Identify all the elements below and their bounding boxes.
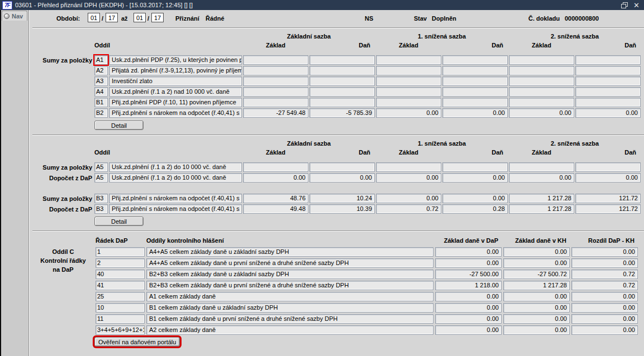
oddil-desc-cell[interactable]: Přijatá zd. plnění (ř.3-9,12,13), povinn… — [109, 66, 242, 75]
value-cell[interactable] — [309, 55, 375, 65]
value-cell[interactable] — [442, 76, 508, 86]
value-cell[interactable]: 1 217.28 — [509, 204, 574, 214]
rozdil-cell[interactable]: 0.00 — [571, 303, 638, 312]
zaklad-kh-cell[interactable]: 0.00 — [503, 258, 570, 268]
oddil-code-cell[interactable]: A2 — [94, 66, 108, 75]
value-cell[interactable] — [309, 87, 375, 97]
rozdil-cell[interactable]: 0.00 — [571, 258, 638, 268]
value-cell[interactable]: 121.72 — [575, 204, 641, 214]
value-cell[interactable] — [309, 76, 375, 86]
value-cell[interactable] — [509, 66, 574, 75]
overeni-portal-button[interactable]: Ověření na daňovém portálu — [94, 337, 180, 347]
value-cell[interactable] — [575, 87, 641, 97]
value-cell[interactable]: -5 785.39 — [309, 108, 375, 118]
value-cell[interactable]: 0.00 — [442, 108, 508, 118]
radek-dap-cell[interactable]: 10 — [96, 303, 145, 312]
zaklad-dap-cell[interactable]: 0.00 — [435, 325, 502, 335]
value-cell[interactable] — [509, 162, 574, 172]
value-cell[interactable] — [243, 98, 308, 107]
value-cell[interactable] — [575, 162, 641, 172]
value-cell[interactable] — [442, 66, 508, 75]
value-cell[interactable] — [575, 55, 641, 65]
oddil-desc-cell[interactable]: Usk.zd.plnění (ř.1 a 2) nad 10 000 vč. d… — [109, 87, 242, 97]
detail-button[interactable]: Detail — [94, 217, 144, 226]
radek-dap-cell[interactable]: 11 — [96, 314, 145, 324]
value-cell[interactable]: 0.72 — [376, 204, 441, 214]
value-cell[interactable] — [376, 76, 441, 86]
period-from-month-input[interactable] — [88, 13, 100, 22]
rozdil-cell[interactable]: 0.00 — [571, 314, 638, 324]
value-cell[interactable] — [575, 66, 641, 75]
zaklad-dap-cell[interactable]: 0.00 — [435, 258, 502, 268]
value-cell[interactable]: 0.00 — [376, 108, 441, 118]
oddil-desc-cell[interactable]: Přij.zd.plnění s nárokem na odpočet (ř.4… — [109, 108, 242, 118]
value-cell[interactable] — [309, 162, 375, 172]
zaklad-dap-cell[interactable]: -27 500.00 — [435, 270, 502, 279]
detail-button[interactable]: Detail — [94, 121, 144, 130]
value-cell[interactable]: 0.00 — [376, 194, 441, 203]
rozdil-cell[interactable]: 0.72 — [571, 270, 638, 279]
zaklad-dap-cell[interactable]: 0.00 — [435, 292, 502, 301]
oddil-kh-desc-cell[interactable]: B1 celkem základy daně u základní sazby … — [146, 303, 433, 312]
restore-window-icon[interactable] — [621, 2, 628, 8]
rozdil-cell[interactable]: 0.00 — [571, 292, 638, 301]
oddil-desc-cell[interactable]: Usk.zd.plnění (ř.1 a 2) do 10 000 vč. da… — [109, 162, 242, 172]
value-cell[interactable] — [442, 87, 508, 97]
value-cell[interactable]: 10.24 — [309, 194, 375, 203]
oddil-kh-desc-cell[interactable]: A4+A5 celkem základy daně u základní saz… — [146, 247, 433, 257]
radek-dap-cell[interactable]: 40 — [96, 270, 145, 279]
oddil-code-cell[interactable]: B1 — [94, 98, 108, 107]
oddil-kh-desc-cell[interactable]: B2+B3 celkem základy daně u první snížen… — [146, 281, 433, 290]
oddil-code-cell[interactable]: A4 — [94, 87, 108, 97]
value-cell[interactable] — [575, 76, 641, 86]
value-cell[interactable]: 0.00 — [575, 108, 641, 118]
oddil-desc-cell[interactable]: Přij.zd.plnění s nárokem na odpočet (ř.4… — [109, 204, 242, 214]
oddil-code-cell[interactable]: A5 — [94, 162, 108, 172]
zaklad-dap-cell[interactable]: 0.00 — [435, 314, 502, 324]
value-cell[interactable]: 0.00 — [442, 194, 508, 203]
value-cell[interactable]: -27 549.48 — [243, 108, 308, 118]
oddil-desc-cell[interactable]: Investiční zlato — [109, 76, 242, 86]
oddil-kh-desc-cell[interactable]: A4+A5 celkem základy daně u první snížen… — [146, 258, 433, 268]
value-cell[interactable]: 0.00 — [243, 173, 308, 182]
value-cell[interactable] — [442, 55, 508, 65]
value-cell[interactable]: 121.72 — [575, 194, 641, 203]
period-to-month-input[interactable] — [133, 13, 146, 22]
oddil-code-cell[interactable]: B3 — [94, 194, 108, 203]
value-cell[interactable] — [575, 98, 641, 107]
value-cell[interactable]: 0.00 — [509, 173, 574, 182]
oddil-code-cell[interactable]: B3 — [94, 204, 108, 214]
zaklad-dap-cell[interactable]: 0.00 — [435, 303, 502, 312]
period-to-year-input[interactable] — [151, 13, 164, 22]
zaklad-kh-cell[interactable]: 0.00 — [503, 325, 570, 335]
rozdil-cell[interactable]: 0.72 — [571, 281, 638, 290]
zaklad-kh-cell[interactable]: 0.00 — [503, 247, 570, 257]
radek-dap-cell[interactable]: 3+4+5+6+9+12+13 — [96, 325, 145, 335]
radek-dap-cell[interactable]: 41 — [96, 281, 145, 290]
zaklad-kh-cell[interactable]: 1 217.28 — [503, 281, 570, 290]
oddil-code-cell[interactable]: B2 — [94, 108, 108, 118]
oddil-kh-desc-cell[interactable]: A1 celkem základy daně — [146, 292, 433, 301]
zaklad-dap-cell[interactable]: 0.00 — [435, 247, 502, 257]
value-cell[interactable] — [376, 66, 441, 75]
value-cell[interactable] — [509, 87, 574, 97]
value-cell[interactable] — [243, 76, 308, 86]
close-window-icon[interactable]: ✕ — [633, 2, 640, 8]
oddil-desc-cell[interactable]: Usk.zd.plnění PDP (ř.25), u kterých je p… — [109, 55, 242, 65]
value-cell[interactable] — [243, 87, 308, 97]
oddil-desc-cell[interactable]: Přij.zd.plnění s nárokem na odpočet (ř.4… — [109, 194, 242, 203]
zaklad-kh-cell[interactable]: 0.00 — [503, 292, 570, 301]
value-cell[interactable]: 49.48 — [243, 204, 308, 214]
oddil-desc-cell[interactable]: Přij.zd.plnění PDP (ř.10, 11) povinen př… — [109, 98, 242, 107]
value-cell[interactable]: 0.28 — [442, 204, 508, 214]
value-cell[interactable]: 0.00 — [509, 108, 574, 118]
value-cell[interactable]: 0.00 — [575, 173, 641, 182]
value-cell[interactable] — [309, 98, 375, 107]
value-cell[interactable] — [243, 55, 308, 65]
value-cell[interactable]: 1 217.28 — [509, 194, 574, 203]
oddil-code-cell[interactable]: A1 — [94, 55, 108, 65]
zaklad-kh-cell[interactable]: -27 500.72 — [503, 270, 570, 279]
value-cell[interactable]: 10.39 — [309, 204, 375, 214]
value-cell[interactable]: 48.76 — [243, 194, 308, 203]
oddil-code-cell[interactable]: A3 — [94, 76, 108, 86]
